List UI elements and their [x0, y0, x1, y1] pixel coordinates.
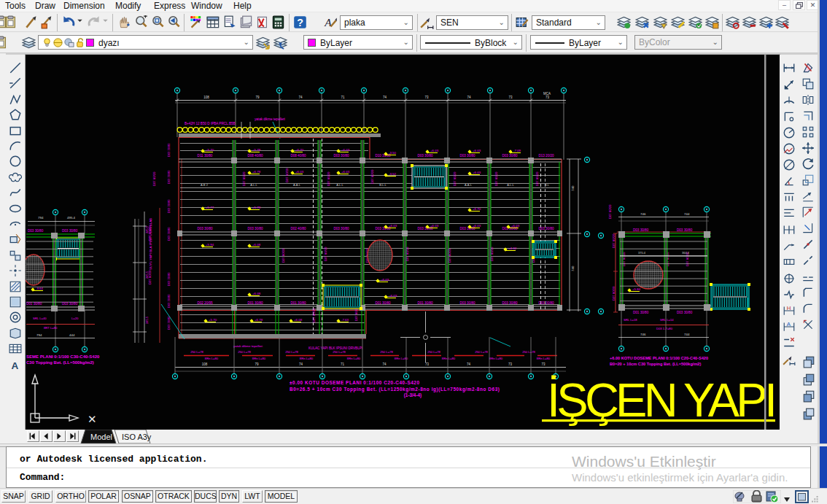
svg-text:B0=26.5 + 10cm C30 Topping Bet: B0=26.5 + 10cm C30 Topping Bet. (LL=1250…	[290, 387, 500, 392]
svg-text:+6.78: +6.78	[252, 170, 261, 174]
svg-text:D02 40/80: D02 40/80	[290, 227, 306, 230]
svg-text:D11 30/80: D11 30/80	[198, 154, 213, 158]
svg-text:SRL L=14: SRL L=14	[660, 318, 674, 322]
svg-text:D03 30/80: D03 30/80	[167, 227, 171, 241]
svg-text:D07 80/20: D07 80/20	[608, 204, 612, 219]
svg-text:D07 80/20: D07 80/20	[405, 247, 409, 261]
svg-text:yatak dikme tepelleri: yatak dikme tepelleri	[255, 117, 285, 121]
svg-text:D01 30/80: D01 30/80	[26, 302, 42, 306]
svg-text:+6.03: +6.03	[430, 224, 439, 228]
svg-text:D03 30/80: D03 30/80	[62, 302, 78, 306]
svg-text:A.L.L: A.L.L	[336, 183, 343, 187]
svg-text:+6.08: +6.08	[294, 318, 303, 322]
svg-text:SRL L=18: SRL L=18	[624, 318, 637, 322]
svg-text:+5.70: +5.70	[209, 318, 217, 322]
svg-text:D03 30/80: D03 30/80	[28, 229, 44, 233]
svg-text:D03 30/80: D03 30/80	[459, 301, 475, 305]
svg-text:364.4: 364.4	[682, 251, 690, 255]
svg-text:D07 80/20: D07 80/20	[282, 248, 285, 263]
svg-text:D13 20/20: D13 20/20	[538, 154, 554, 158]
svg-text:+6.03: +6.03	[389, 224, 397, 228]
svg-text:D07 80/20: D07 80/20	[152, 171, 156, 186]
svg-text:SUYU YAPI BLA IPESTU DRVBLAB: SUYU YAPI BLA IPESTU DRVBLAB	[149, 218, 152, 270]
svg-text:-7.63: -7.63	[341, 318, 349, 322]
svg-text:A: A	[11, 360, 18, 371]
svg-text:D01 30/80: D01 30/80	[375, 301, 391, 305]
svg-text:73: 73	[541, 363, 545, 366]
svg-text:+5.78: +5.78	[252, 206, 261, 209]
svg-text:+6.03: +6.03	[473, 224, 481, 228]
svg-text:(1-3/4-4): (1-3/4-4)	[404, 392, 422, 398]
svg-text:74: 74	[298, 96, 303, 99]
svg-text:245.5: 245.5	[145, 225, 149, 233]
svg-text:D02 20/95: D02 20/95	[197, 301, 213, 305]
svg-text:D03 30/80: D03 30/80	[197, 227, 213, 230]
svg-text:+6.08: +6.08	[252, 243, 261, 247]
svg-text:D08 40/80: D08 40/80	[290, 154, 306, 158]
svg-text:ISO A3y: ISO A3y	[122, 433, 152, 441]
svg-text:+5.77: +5.77	[206, 206, 214, 209]
svg-text:D07 80/20: D07 80/20	[453, 171, 457, 186]
svg-text:8Rn L=80: 8Rn L=80	[442, 357, 456, 360]
svg-text:D07 80/20: D07 80/20	[535, 171, 539, 186]
svg-text:D03 30/80: D03 30/80	[167, 143, 171, 157]
svg-text:D03 30/80: D03 30/80	[677, 311, 693, 314]
svg-text:A: A	[787, 321, 791, 327]
svg-text:79: 79	[255, 363, 259, 366]
svg-text:D01 30/80: D01 30/80	[417, 301, 433, 305]
svg-text:245.5: 245.5	[145, 316, 149, 324]
svg-text:740: 740	[571, 185, 575, 191]
svg-text:D07 80/20: D07 80/20	[612, 233, 616, 248]
svg-text:250 L=78: 250 L=78	[190, 350, 203, 354]
svg-text:73: 73	[508, 96, 513, 99]
svg-text:74: 74	[467, 96, 471, 99]
svg-text:D03 30/80: D03 30/80	[502, 227, 518, 230]
svg-text:+6.03: +6.03	[389, 294, 397, 298]
svg-text:D03 30/80: D03 30/80	[417, 154, 433, 158]
svg-text:74: 74	[383, 96, 387, 99]
svg-text:+6.03: +6.03	[295, 170, 304, 174]
svg-text:A.A.L: A.A.L	[465, 183, 473, 187]
svg-text:B.L: B.L	[545, 183, 550, 187]
svg-text:±0.00 KOTU DOSEME PLANI 0:1/10: ±0.00 KOTU DOSEME PLANI 0:1/100 C20-C40-…	[290, 380, 419, 385]
svg-text:A.L.L: A.L.L	[250, 183, 257, 187]
svg-text:SRL L=40: SRL L=40	[33, 317, 47, 320]
svg-text:Model: Model	[90, 433, 112, 441]
svg-text:79: 79	[255, 96, 260, 99]
svg-text:-7.09: -7.09	[513, 149, 521, 152]
svg-text:+5.70: +5.70	[206, 148, 214, 152]
svg-text:A.A.L: A.A.L	[293, 183, 301, 187]
svg-text:D03 30/80: D03 30/80	[375, 227, 391, 230]
svg-text:250 L=78: 250 L=78	[333, 350, 346, 354]
svg-text:D03 30/80: D03 30/80	[417, 227, 433, 230]
svg-text:8Rn L=80: 8Rn L=80	[347, 357, 361, 360]
svg-text:D03 30/80: D03 30/80	[167, 199, 171, 213]
svg-text:D07 80/20: D07 80/20	[448, 248, 451, 263]
svg-text:D03 30/80: D03 30/80	[167, 170, 171, 184]
svg-text:-3.52: -3.52	[389, 172, 397, 176]
svg-text:71: 71	[341, 363, 345, 366]
svg-text:D07 80/20: D07 80/20	[370, 169, 374, 184]
svg-text:D03 30/80: D03 30/80	[167, 294, 171, 308]
svg-text:D03 30/80: D03 30/80	[633, 228, 649, 232]
svg-text:D07 80/20: D07 80/20	[242, 171, 246, 186]
svg-text:D03 30/80: D03 30/80	[502, 154, 518, 158]
svg-text:+6.03: +6.03	[473, 149, 481, 152]
svg-text:250 L=78: 250 L=78	[427, 350, 440, 354]
svg-text:+6.08: +6.08	[252, 292, 261, 295]
svg-text:D08 40/80: D08 40/80	[247, 154, 263, 158]
svg-text:73: 73	[545, 96, 550, 99]
svg-text:H: H	[787, 305, 791, 311]
svg-text:D07 80/20: D07 80/20	[285, 168, 289, 182]
svg-text:250 L=78: 250 L=78	[380, 350, 393, 354]
svg-text:+6.00 KOTU DOSEME PLANI 0:1/10: +6.00 KOTU DOSEME PLANI 0:1/100 C20-C40-…	[610, 356, 708, 360]
svg-text:D10 30/80: D10 30/80	[375, 154, 391, 158]
svg-text:D07 80/20: D07 80/20	[327, 171, 330, 186]
svg-text:108: 108	[203, 96, 209, 99]
svg-text:250 L=78: 250 L=78	[522, 350, 535, 354]
svg-text:794: 794	[36, 333, 42, 337]
svg-text:245.5: 245.5	[145, 271, 149, 279]
svg-text:B.L.L: B.L.L	[379, 183, 387, 187]
svg-text:+4.32: +4.32	[508, 247, 517, 250]
svg-text:+6.03: +6.03	[473, 171, 481, 174]
